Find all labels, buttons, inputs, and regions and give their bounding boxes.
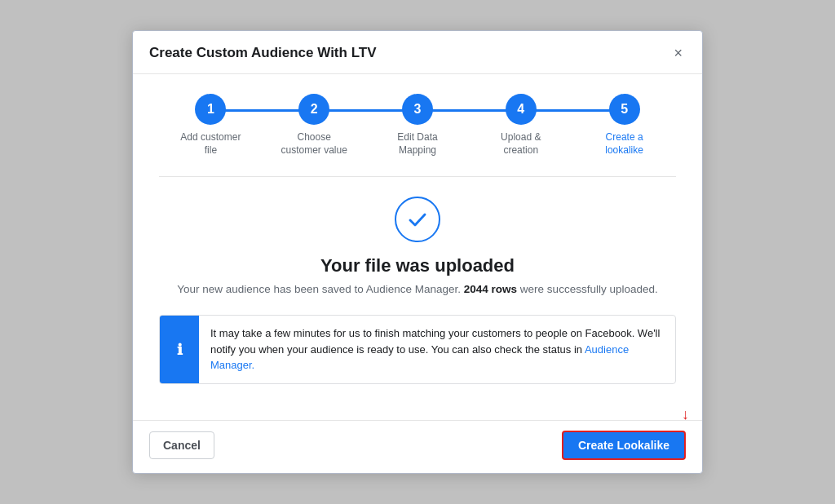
step-1-label: Add customer file	[174, 131, 247, 157]
step-1: 1 Add customer file	[159, 94, 263, 157]
success-rows: 2044 rows	[464, 283, 517, 295]
arrow-indicator: ↓	[682, 406, 689, 423]
info-icon: ℹ	[160, 316, 199, 383]
step-5-circle: 5	[609, 94, 640, 125]
success-area: Your file was uploaded Your new audience…	[159, 197, 676, 295]
stepper: 1 Add customer file 2 Choose customer va…	[159, 94, 676, 157]
step-5: 5 Create a lookalike	[572, 94, 676, 157]
step-1-circle: 1	[195, 94, 226, 125]
step-5-label: Create a lookalike	[588, 131, 661, 157]
step-2: 2 Choose customer value	[263, 94, 366, 157]
step-4: 4 Upload & creation	[469, 94, 572, 157]
step-3-circle: 3	[402, 94, 433, 125]
step-3-label: Edit Data Mapping	[381, 131, 454, 157]
modal-wrapper: Create Custom Audience With LTV × 1 Add …	[0, 0, 835, 504]
step-2-label: Choose customer value	[277, 131, 351, 157]
modal-dialog: Create Custom Audience With LTV × 1 Add …	[132, 30, 703, 474]
separator	[159, 176, 676, 177]
step-3: 3 Edit Data Mapping	[366, 94, 470, 157]
modal-footer: ↓ Cancel Create Lookalike	[133, 420, 702, 473]
step-2-circle: 2	[298, 94, 329, 125]
modal-title: Create Custom Audience With LTV	[149, 45, 376, 61]
success-description: Your new audience has been saved to Audi…	[177, 283, 657, 295]
info-box-text: It may take a few minutes for us to fini…	[199, 316, 675, 383]
success-desc-suffix: were successfully uploaded.	[517, 283, 658, 295]
create-lookalike-button[interactable]: Create Lookalike	[562, 431, 686, 460]
success-desc-prefix: Your new audience has been saved to Audi…	[177, 283, 464, 295]
check-circle-icon	[395, 197, 440, 242]
success-title: Your file was uploaded	[320, 255, 515, 276]
step-4-circle: 4	[506, 94, 537, 125]
modal-header: Create Custom Audience With LTV ×	[133, 31, 702, 74]
close-button[interactable]: ×	[670, 44, 686, 62]
modal-body: 1 Add customer file 2 Choose customer va…	[133, 74, 702, 420]
cancel-button[interactable]: Cancel	[149, 431, 214, 459]
info-box: ℹ It may take a few minutes for us to fi…	[159, 315, 676, 384]
step-4-label: Upload & creation	[484, 131, 558, 157]
